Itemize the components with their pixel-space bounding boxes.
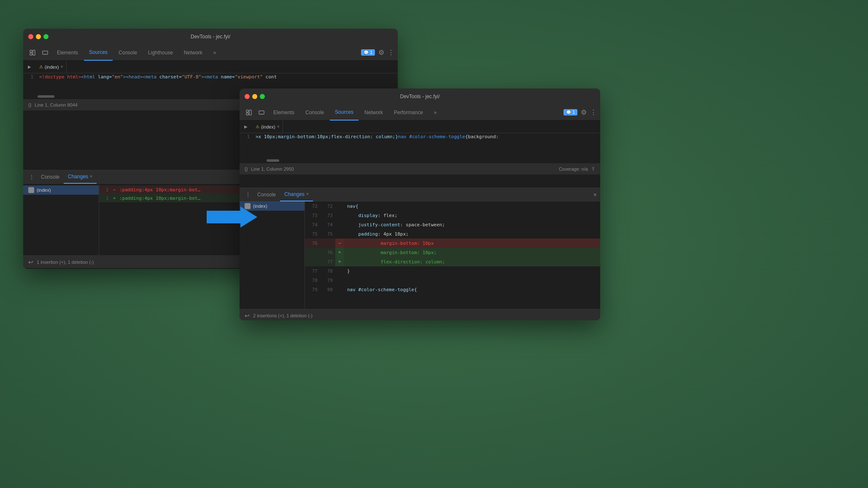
tab-console-2[interactable]: Console: [300, 105, 329, 121]
tab-sources-2[interactable]: Sources: [330, 105, 359, 121]
bottom-panel-2: ⋮ Console Changes × ×: [240, 188, 600, 320]
tab-bar-2: Elements Console Sources Network Perform…: [240, 105, 600, 121]
more-options-icon-2[interactable]: ⋮: [590, 108, 597, 116]
panel-dots-icon-2[interactable]: ⋮: [243, 190, 253, 200]
changes-file-item-1[interactable]: (index): [23, 185, 99, 195]
svg-rect-13: [259, 111, 264, 114]
diff-row-79-80: 79 80 nav #color-scheme-toggle {: [305, 285, 600, 294]
panel-tab-console-1[interactable]: Console: [37, 170, 64, 184]
title-bar-2: DevTools - jec.fyi/: [240, 88, 600, 105]
svg-marker-9: [207, 206, 257, 228]
panel-tab-console-2[interactable]: Console: [253, 188, 280, 201]
settings-icon-2[interactable]: ⚙: [581, 108, 587, 116]
code-area-2: 1 >x 10px;margin-bottom:10px;flex-direct…: [240, 133, 600, 158]
minimize-button-2[interactable]: [252, 94, 257, 99]
settings-icon-1[interactable]: ⚙: [378, 48, 384, 56]
panel-dots-icon-1[interactable]: ⋮: [27, 172, 37, 182]
tab-network-1[interactable]: Network: [179, 45, 208, 61]
window-title-2: DevTools - jec.fyi/: [400, 94, 439, 99]
tab-elements-2[interactable]: Elements: [268, 105, 299, 121]
scrollbar-thumb-2[interactable]: [267, 159, 279, 162]
diff-row-75: 75 75 padding: 4px 10px;: [305, 229, 600, 239]
tab-actions-2: 💬 1 ⚙ ⋮: [563, 108, 597, 116]
file-tab-index-1[interactable]: ⚠ (index) ×: [36, 61, 67, 73]
diff-row-72: 72 72 nav {: [305, 201, 600, 211]
svg-rect-1: [30, 53, 32, 55]
svg-rect-11: [246, 113, 248, 115]
changes-file-list-1: (index): [23, 184, 99, 255]
close-button-1[interactable]: [28, 34, 33, 39]
close-button-2[interactable]: [245, 94, 250, 99]
curly-braces-icon-2: {}: [245, 166, 248, 172]
coverage-expand-icon[interactable]: ⇧: [591, 166, 595, 172]
warning-icon-1: ⚠: [39, 64, 43, 69]
changes-content-2: (index) 72 72 nav { 73 73 display: fle: [240, 201, 600, 309]
file-tab-arrow-1[interactable]: ▶: [23, 61, 36, 73]
file-tab-close-2[interactable]: ×: [277, 124, 280, 129]
window-title-1: DevTools - jec.fyi/: [191, 34, 230, 40]
tab-actions-1: 💬 1 ⚙ ⋮: [361, 48, 394, 56]
tab-sources-1[interactable]: Sources: [84, 45, 113, 61]
panel-tab-changes-2[interactable]: Changes ×: [280, 188, 313, 201]
diff-row-76-ins: 76 + margin-bottom: 10px;: [305, 248, 600, 257]
file-tabs-2: ▶ ⚠ (index) ×: [240, 121, 600, 133]
tab-performance-2[interactable]: Performance: [389, 105, 428, 121]
diff-row-78-79: 78 79: [305, 276, 600, 285]
warning-icon-2: ⚠: [256, 124, 259, 129]
status-bar-2: {} Line 1, Column 2950 Coverage: n/a ⇧: [240, 163, 600, 174]
panel-tab-changes-close-1[interactable]: ×: [90, 174, 92, 179]
tab-network-2[interactable]: Network: [359, 105, 388, 121]
tab-more-2[interactable]: »: [429, 105, 442, 121]
panel-tab-changes-1[interactable]: Changes ×: [64, 170, 97, 184]
status-line-1: Line 1, Column 8044: [35, 102, 78, 107]
coverage-label: Coverage: n/a: [559, 166, 588, 172]
device-icon[interactable]: [39, 47, 51, 59]
undo-icon-1[interactable]: ↩: [28, 259, 33, 265]
code-line-1: 1 <!doctype html><html lang="en"><head><…: [23, 73, 398, 82]
minimize-button-1[interactable]: [36, 34, 41, 39]
diff-row-77-78: 77 78 }: [305, 266, 600, 276]
diff-row-73: 73 73 display: flex;: [305, 211, 600, 220]
file-icon-1: [28, 187, 34, 193]
tab-lighthouse-1[interactable]: Lighthouse: [143, 45, 178, 61]
device-icon-2[interactable]: [256, 107, 267, 118]
svg-rect-0: [30, 50, 32, 52]
curly-braces-icon-1: {}: [28, 102, 31, 107]
chat-badge-2[interactable]: 💬 1: [563, 109, 577, 115]
scrollbar-2[interactable]: [240, 158, 600, 163]
close-panel-btn-2[interactable]: ×: [593, 191, 597, 198]
diff-summary-1: 1 insertion (+), 1 deletion (-): [37, 260, 94, 265]
diff-summary-2: 2 insertions (+), 1 deletion (-): [253, 313, 313, 318]
svg-rect-10: [246, 110, 248, 112]
tab-console-1[interactable]: Console: [113, 45, 142, 61]
tab-elements-1[interactable]: Elements: [52, 45, 83, 61]
file-tabs-1: ▶ ⚠ (index) ×: [23, 61, 398, 73]
more-options-icon-1[interactable]: ⋮: [388, 48, 394, 56]
title-bar-1: DevTools - jec.fyi/: [23, 29, 398, 45]
tab-more-1[interactable]: »: [208, 45, 221, 61]
panel-tab-changes-close-2[interactable]: ×: [306, 192, 309, 196]
diff-row-74: 74 74 justify-content: space-between;: [305, 220, 600, 229]
scrollbar-thumb-1[interactable]: [38, 95, 54, 98]
diff-row-76-del: 76 − margin-bottom: 10px: [305, 239, 600, 248]
chat-badge-1[interactable]: 💬 1: [361, 49, 375, 56]
file-tab-arrow-2[interactable]: ▶: [240, 121, 252, 133]
svg-rect-3: [43, 51, 48, 54]
maximize-button-1[interactable]: [43, 34, 49, 39]
summary-bar-2: ↩ 2 insertions (+), 1 deletion (-): [240, 309, 600, 320]
file-tab-close-1[interactable]: ×: [61, 64, 63, 69]
status-line-2: Line 1, Column 2950: [251, 166, 294, 172]
inspector-icon[interactable]: [27, 47, 38, 59]
blue-arrow: [207, 206, 257, 229]
traffic-lights-2: [245, 94, 265, 99]
inspector-icon-2[interactable]: [243, 107, 255, 118]
file-tab-index-2[interactable]: ⚠ (index) ×: [252, 121, 283, 133]
svg-rect-12: [249, 110, 251, 115]
traffic-lights-1: [28, 34, 49, 39]
maximize-button-2[interactable]: [260, 94, 265, 99]
code-line-2: 1 >x 10px;margin-bottom:10px;flex-direct…: [240, 133, 600, 142]
undo-icon-2[interactable]: ↩: [245, 312, 250, 319]
svg-rect-2: [33, 50, 35, 55]
devtools-window-2: DevTools - jec.fyi/ Elements Console Sou…: [240, 88, 600, 320]
panel-tab-bar-2: ⋮ Console Changes × ×: [240, 188, 600, 201]
